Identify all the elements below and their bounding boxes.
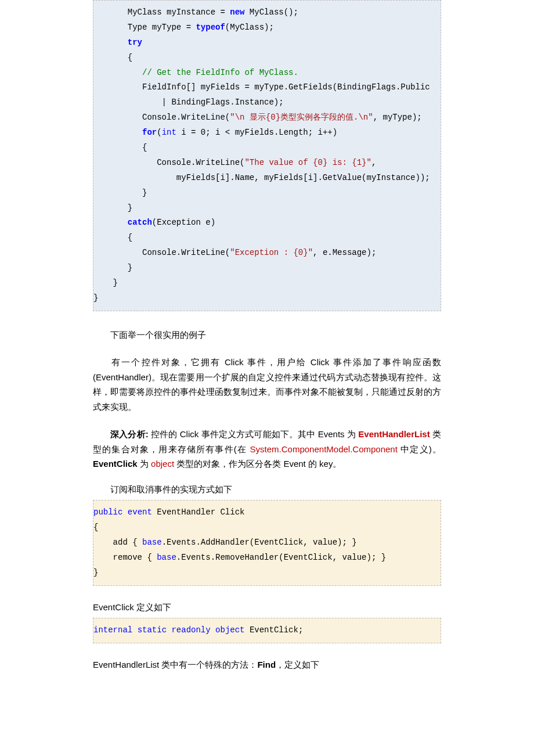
code-line: public event EventHandler Click — [93, 507, 244, 517]
code-line: try — [93, 38, 142, 47]
code-line: Console.WriteLine("The value of {0} is: … — [93, 158, 376, 167]
code-block-2-wrap: public event EventHandler Click { add { … — [93, 500, 441, 585]
code-line: | BindingFlags.Instance); — [93, 98, 284, 107]
code-block-1-wrap: MyClass myInstance = new MyClass(); Type… — [93, 0, 441, 311]
code-line: } — [93, 188, 147, 197]
code-block-3-wrap: internal static readonly object EventCli… — [93, 618, 441, 643]
code-line: for(int i = 0; i < myFields.Length; i++) — [93, 128, 337, 137]
type-component: System.ComponentModel.Component — [250, 444, 398, 454]
code-line: { — [93, 523, 98, 532]
code-line: Console.WriteLine("\n 显示{0}类型实例各字段的值.\n"… — [93, 113, 422, 122]
code-line: { — [93, 233, 132, 242]
code-line: } — [93, 293, 98, 303]
code-line: } — [93, 263, 132, 272]
type-object: object — [151, 459, 174, 469]
code-block-2: public event EventHandler Click { add { … — [93, 500, 441, 585]
code-line: { — [93, 143, 147, 152]
paragraph-find-intro: EventHandlerList 类中有一个特殊的方法：Find，定义如下 — [0, 643, 534, 672]
method-find: Find — [257, 660, 276, 669]
code-line: myFields[i].Name, myFields[i].GetValue(m… — [93, 173, 430, 182]
paragraph-deep-analysis: 深入分析: 控件的 Click 事件定义方式可能如下。其中 Events 为 E… — [0, 414, 534, 471]
code-line: // Get the FieldInfo of MyClass. — [93, 68, 298, 77]
code-line: Console.WriteLine("Exception : {0}", e.M… — [93, 248, 376, 257]
label-deep-analysis: 深入分析: — [110, 429, 151, 439]
code-line: MyClass myInstance = new MyClass(); — [93, 8, 298, 17]
code-line: remove { base.Events.RemoveHandler(Event… — [93, 553, 386, 562]
code-line: internal static readonly object EventCli… — [93, 625, 303, 635]
code-line: { — [93, 53, 132, 62]
code-line: add { base.Events.AddHandler(EventClick,… — [93, 538, 357, 547]
code-block-1: MyClass myInstance = new MyClass(); Type… — [93, 0, 441, 311]
code-line: } — [93, 568, 98, 577]
code-line: FieldInfo[] myFields = myType.GetFields(… — [93, 82, 430, 92]
label-eventclick: EventClick — [93, 459, 138, 469]
paragraph-eventclick-intro: EventClick 定义如下 — [0, 586, 534, 615]
code-block-3: internal static readonly object EventCli… — [93, 618, 441, 643]
page: MyClass myInstance = new MyClass(); Type… — [0, 0, 534, 707]
code-line: Type myType = typeof(MyClass); — [93, 23, 274, 32]
paragraph-scenario: 有一个控件对象，它拥有 Click 事件，用户给 Click 事件添加了事件响应… — [0, 342, 534, 414]
type-eventhandlerlist: EventHandlerList — [358, 429, 430, 439]
paragraph-subscribe-intro: 订阅和取消事件的实现方式如下 — [0, 471, 534, 497]
code-line: catch(Exception e) — [93, 218, 215, 227]
code-line: } — [93, 203, 132, 213]
paragraph-example-intro: 下面举一个很实用的例子 — [0, 311, 534, 343]
code-line: } — [93, 278, 118, 287]
